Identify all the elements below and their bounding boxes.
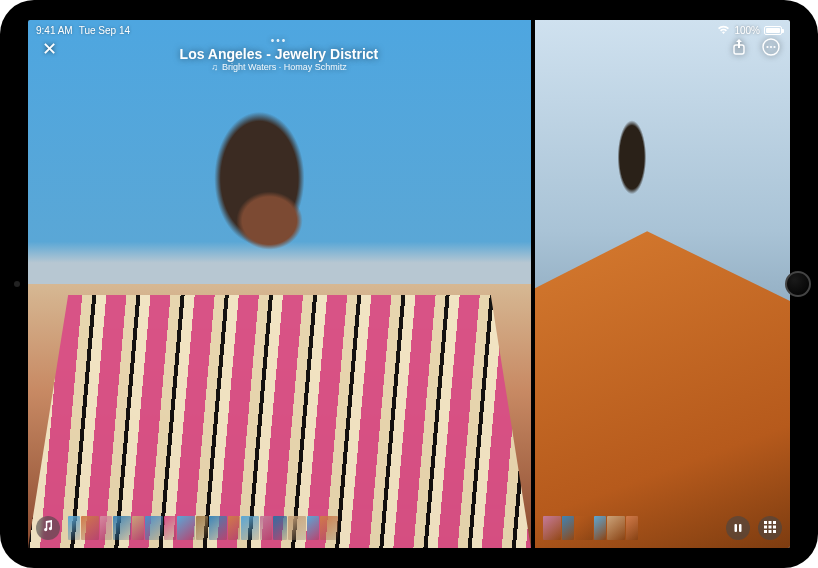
- filmstrip-thumb[interactable]: [307, 516, 319, 540]
- status-bar: 9:41 AM Tue Sep 14 100%: [28, 20, 790, 38]
- share-icon: [731, 38, 747, 60]
- svg-rect-7: [764, 521, 767, 524]
- filmstrip-thumb[interactable]: [562, 516, 574, 540]
- memory-player-pane[interactable]: ✕ ••• Los Angeles - Jewelry District ♫ B…: [28, 20, 531, 548]
- filmstrip-thumb[interactable]: [81, 516, 99, 540]
- front-camera: [14, 281, 20, 287]
- svg-point-3: [770, 46, 772, 48]
- svg-rect-15: [773, 530, 776, 533]
- browse-grid-button[interactable]: [758, 516, 782, 540]
- svg-rect-14: [769, 530, 772, 533]
- filmstrip-thumb[interactable]: [626, 516, 638, 540]
- svg-point-2: [766, 46, 768, 48]
- svg-rect-10: [764, 526, 767, 529]
- filmstrip-thumb[interactable]: [543, 516, 561, 540]
- memory-player-pane-right[interactable]: [535, 20, 790, 548]
- filmstrip-thumb[interactable]: [594, 516, 606, 540]
- more-button[interactable]: [760, 38, 782, 60]
- filmstrip-thumb[interactable]: [228, 516, 240, 540]
- filmstrip-thumb[interactable]: [68, 516, 80, 540]
- svg-rect-9: [773, 521, 776, 524]
- filmstrip-thumb[interactable]: [100, 516, 112, 540]
- svg-rect-8: [769, 521, 772, 524]
- svg-rect-13: [764, 530, 767, 533]
- grid-icon: [764, 519, 776, 537]
- close-button[interactable]: ✕: [38, 36, 61, 62]
- battery-pct: 100%: [734, 25, 760, 36]
- music-note-icon: ♫: [211, 62, 218, 72]
- filmstrip-thumb[interactable]: [260, 516, 272, 540]
- screen: 9:41 AM Tue Sep 14 100% ✕: [28, 20, 790, 548]
- svg-rect-12: [773, 526, 776, 529]
- filmstrip-thumb[interactable]: [113, 516, 131, 540]
- filmstrip-thumb[interactable]: [177, 516, 195, 540]
- filmstrip-thumb[interactable]: [209, 516, 227, 540]
- photo-shirt-stripes: [28, 295, 531, 548]
- filmstrip-thumb[interactable]: [241, 516, 259, 540]
- filmstrip-thumb[interactable]: [575, 516, 593, 540]
- pause-button[interactable]: [726, 516, 750, 540]
- filmstrip-thumb[interactable]: [607, 516, 625, 540]
- battery-icon: [764, 26, 782, 35]
- filmstrip-thumb[interactable]: [288, 516, 306, 540]
- filmstrip-thumb[interactable]: [320, 516, 338, 540]
- filmstrip[interactable]: [68, 516, 523, 540]
- wifi-icon: [717, 25, 730, 35]
- status-date: Tue Sep 14: [79, 25, 130, 36]
- music-mixes-icon: [41, 519, 55, 537]
- memory-mixes-button[interactable]: [36, 516, 60, 540]
- svg-rect-5: [735, 524, 738, 532]
- home-button[interactable]: [785, 271, 811, 297]
- filmstrip-right[interactable]: [543, 516, 718, 540]
- filmstrip-thumb[interactable]: [196, 516, 208, 540]
- svg-point-4: [773, 46, 775, 48]
- close-icon: ✕: [42, 39, 57, 59]
- svg-rect-11: [769, 526, 772, 529]
- memory-title-block[interactable]: ••• Los Angeles - Jewelry District ♫ Bri…: [180, 36, 379, 72]
- filmstrip-thumb[interactable]: [145, 516, 163, 540]
- filmstrip-thumb[interactable]: [273, 516, 287, 540]
- filmstrip-thumb[interactable]: [164, 516, 176, 540]
- svg-rect-6: [739, 524, 742, 532]
- filmstrip-thumb[interactable]: [132, 516, 144, 540]
- ellipsis-circle-icon: [762, 38, 780, 60]
- pause-icon: [733, 519, 743, 537]
- share-button[interactable]: [728, 38, 750, 60]
- memory-song: Bright Waters · Homay Schmitz: [222, 62, 347, 72]
- ipad-device-frame: 9:41 AM Tue Sep 14 100% ✕: [0, 0, 818, 568]
- memory-title: Los Angeles - Jewelry District: [180, 46, 379, 62]
- status-time: 9:41 AM: [36, 25, 73, 36]
